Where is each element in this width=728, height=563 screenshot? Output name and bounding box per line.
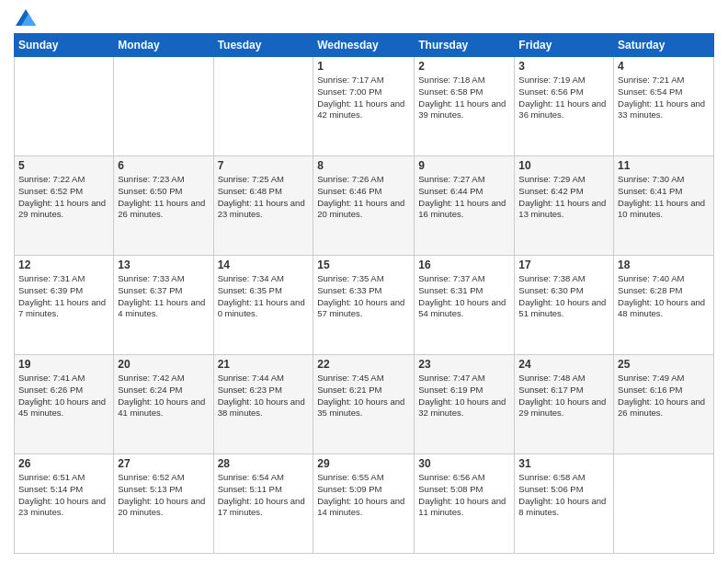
- day-info: Sunrise: 6:56 AM Sunset: 5:08 PM Dayligh…: [418, 472, 510, 519]
- day-number: 31: [518, 457, 609, 470]
- day-number: 4: [618, 60, 710, 73]
- day-info: Sunrise: 7:35 AM Sunset: 6:33 PM Dayligh…: [317, 273, 410, 320]
- day-of-week-header: Friday: [515, 34, 614, 57]
- day-number: 23: [418, 358, 510, 371]
- calendar-day-cell: 15Sunrise: 7:35 AM Sunset: 6:33 PM Dayli…: [313, 256, 415, 355]
- calendar-day-cell: 16Sunrise: 7:37 AM Sunset: 6:31 PM Dayli…: [415, 256, 515, 355]
- day-info: Sunrise: 7:49 AM Sunset: 6:16 PM Dayligh…: [618, 373, 710, 419]
- day-number: 22: [317, 358, 410, 371]
- calendar-day-cell: 31Sunrise: 6:58 AM Sunset: 5:06 PM Dayli…: [515, 454, 614, 554]
- day-number: 30: [418, 457, 510, 470]
- calendar-day-cell: 12Sunrise: 7:31 AM Sunset: 6:39 PM Dayli…: [15, 256, 114, 355]
- day-number: 29: [317, 457, 410, 470]
- calendar-week-row: 5Sunrise: 7:22 AM Sunset: 6:52 PM Daylig…: [15, 156, 714, 256]
- calendar-empty-cell: [114, 57, 213, 156]
- day-number: 1: [317, 60, 410, 73]
- day-info: Sunrise: 7:18 AM Sunset: 6:58 PM Dayligh…: [418, 75, 510, 121]
- calendar-day-cell: 27Sunrise: 6:52 AM Sunset: 5:13 PM Dayli…: [114, 454, 213, 554]
- calendar-day-cell: 11Sunrise: 7:30 AM Sunset: 6:41 PM Dayli…: [614, 156, 714, 256]
- day-info: Sunrise: 7:47 AM Sunset: 6:19 PM Dayligh…: [418, 373, 510, 419]
- day-number: 19: [18, 358, 109, 371]
- calendar-day-cell: 2Sunrise: 7:18 AM Sunset: 6:58 PM Daylig…: [415, 57, 515, 156]
- calendar-day-cell: 10Sunrise: 7:29 AM Sunset: 6:42 PM Dayli…: [515, 156, 614, 256]
- day-info: Sunrise: 7:19 AM Sunset: 6:56 PM Dayligh…: [518, 75, 609, 121]
- calendar-day-cell: 13Sunrise: 7:33 AM Sunset: 6:37 PM Dayli…: [114, 256, 213, 355]
- page: SundayMondayTuesdayWednesdayThursdayFrid…: [0, 0, 728, 563]
- day-of-week-header: Monday: [114, 34, 213, 57]
- day-info: Sunrise: 7:38 AM Sunset: 6:30 PM Dayligh…: [518, 273, 609, 320]
- day-info: Sunrise: 7:40 AM Sunset: 6:28 PM Dayligh…: [618, 273, 710, 320]
- day-number: 5: [18, 159, 109, 172]
- day-number: 27: [118, 457, 209, 470]
- day-number: 15: [317, 259, 410, 271]
- day-info: Sunrise: 7:48 AM Sunset: 6:17 PM Dayligh…: [518, 373, 609, 419]
- day-number: 21: [218, 358, 310, 371]
- day-number: 26: [18, 457, 109, 470]
- day-info: Sunrise: 7:26 AM Sunset: 6:46 PM Dayligh…: [317, 174, 410, 221]
- day-info: Sunrise: 7:23 AM Sunset: 6:50 PM Dayligh…: [118, 174, 209, 221]
- calendar-week-row: 12Sunrise: 7:31 AM Sunset: 6:39 PM Dayli…: [15, 256, 714, 355]
- day-of-week-header: Sunday: [15, 34, 114, 57]
- calendar-day-cell: 20Sunrise: 7:42 AM Sunset: 6:24 PM Dayli…: [114, 355, 213, 454]
- calendar-day-cell: 25Sunrise: 7:49 AM Sunset: 6:16 PM Dayli…: [614, 355, 714, 454]
- calendar-day-cell: 5Sunrise: 7:22 AM Sunset: 6:52 PM Daylig…: [15, 156, 114, 256]
- day-info: Sunrise: 6:55 AM Sunset: 5:09 PM Dayligh…: [317, 472, 410, 519]
- day-number: 3: [518, 60, 609, 73]
- calendar-week-row: 19Sunrise: 7:41 AM Sunset: 6:26 PM Dayli…: [15, 355, 714, 454]
- calendar-day-cell: 28Sunrise: 6:54 AM Sunset: 5:11 PM Dayli…: [213, 454, 313, 554]
- day-info: Sunrise: 6:54 AM Sunset: 5:11 PM Dayligh…: [218, 472, 310, 519]
- day-info: Sunrise: 7:17 AM Sunset: 7:00 PM Dayligh…: [317, 75, 410, 121]
- calendar-empty-cell: [15, 57, 114, 156]
- day-number: 20: [118, 358, 209, 371]
- day-number: 28: [218, 457, 310, 470]
- day-number: 14: [218, 259, 310, 271]
- calendar-day-cell: 19Sunrise: 7:41 AM Sunset: 6:26 PM Dayli…: [15, 355, 114, 454]
- day-info: Sunrise: 7:21 AM Sunset: 6:54 PM Dayligh…: [618, 75, 710, 121]
- day-number: 7: [218, 159, 310, 172]
- day-number: 8: [317, 159, 410, 172]
- calendar-day-cell: 14Sunrise: 7:34 AM Sunset: 6:35 PM Dayli…: [213, 256, 313, 355]
- day-info: Sunrise: 7:41 AM Sunset: 6:26 PM Dayligh…: [18, 373, 109, 419]
- calendar-header-row: SundayMondayTuesdayWednesdayThursdayFrid…: [15, 34, 714, 57]
- calendar-day-cell: 17Sunrise: 7:38 AM Sunset: 6:30 PM Dayli…: [515, 256, 614, 355]
- day-info: Sunrise: 7:29 AM Sunset: 6:42 PM Dayligh…: [518, 174, 609, 221]
- calendar-day-cell: 21Sunrise: 7:44 AM Sunset: 6:23 PM Dayli…: [213, 355, 313, 454]
- day-info: Sunrise: 7:45 AM Sunset: 6:21 PM Dayligh…: [317, 373, 410, 419]
- day-number: 13: [118, 259, 209, 271]
- day-info: Sunrise: 7:34 AM Sunset: 6:35 PM Dayligh…: [218, 273, 310, 320]
- calendar-week-row: 26Sunrise: 6:51 AM Sunset: 5:14 PM Dayli…: [15, 454, 714, 554]
- day-number: 16: [418, 259, 510, 271]
- calendar-day-cell: 4Sunrise: 7:21 AM Sunset: 6:54 PM Daylig…: [614, 57, 714, 156]
- logo: [14, 9, 36, 26]
- day-info: Sunrise: 7:44 AM Sunset: 6:23 PM Dayligh…: [218, 373, 310, 419]
- day-of-week-header: Wednesday: [313, 34, 415, 57]
- day-info: Sunrise: 7:42 AM Sunset: 6:24 PM Dayligh…: [118, 373, 209, 419]
- calendar-day-cell: 18Sunrise: 7:40 AM Sunset: 6:28 PM Dayli…: [614, 256, 714, 355]
- calendar-week-row: 1Sunrise: 7:17 AM Sunset: 7:00 PM Daylig…: [15, 57, 714, 156]
- day-info: Sunrise: 6:58 AM Sunset: 5:06 PM Dayligh…: [518, 472, 609, 519]
- day-number: 11: [618, 159, 710, 172]
- calendar-day-cell: 6Sunrise: 7:23 AM Sunset: 6:50 PM Daylig…: [114, 156, 213, 256]
- day-of-week-header: Saturday: [614, 34, 714, 57]
- day-info: Sunrise: 7:22 AM Sunset: 6:52 PM Dayligh…: [18, 174, 109, 221]
- calendar-day-cell: 30Sunrise: 6:56 AM Sunset: 5:08 PM Dayli…: [415, 454, 515, 554]
- calendar-day-cell: 7Sunrise: 7:25 AM Sunset: 6:48 PM Daylig…: [213, 156, 313, 256]
- calendar-day-cell: 23Sunrise: 7:47 AM Sunset: 6:19 PM Dayli…: [415, 355, 515, 454]
- day-info: Sunrise: 6:51 AM Sunset: 5:14 PM Dayligh…: [18, 472, 109, 519]
- logo-icon: [16, 9, 36, 26]
- day-info: Sunrise: 7:30 AM Sunset: 6:41 PM Dayligh…: [618, 174, 710, 221]
- day-info: Sunrise: 7:37 AM Sunset: 6:31 PM Dayligh…: [418, 273, 510, 320]
- day-info: Sunrise: 7:25 AM Sunset: 6:48 PM Dayligh…: [218, 174, 310, 221]
- day-number: 24: [518, 358, 609, 371]
- day-number: 18: [618, 259, 710, 271]
- calendar-day-cell: 22Sunrise: 7:45 AM Sunset: 6:21 PM Dayli…: [313, 355, 415, 454]
- day-number: 25: [618, 358, 710, 371]
- logo-text: [14, 9, 36, 26]
- calendar-day-cell: 9Sunrise: 7:27 AM Sunset: 6:44 PM Daylig…: [415, 156, 515, 256]
- calendar-day-cell: 8Sunrise: 7:26 AM Sunset: 6:46 PM Daylig…: [313, 156, 415, 256]
- day-number: 17: [518, 259, 609, 271]
- day-number: 12: [18, 259, 109, 271]
- calendar-day-cell: 3Sunrise: 7:19 AM Sunset: 6:56 PM Daylig…: [515, 57, 614, 156]
- calendar-day-cell: 26Sunrise: 6:51 AM Sunset: 5:14 PM Dayli…: [15, 454, 114, 554]
- header: [14, 9, 714, 26]
